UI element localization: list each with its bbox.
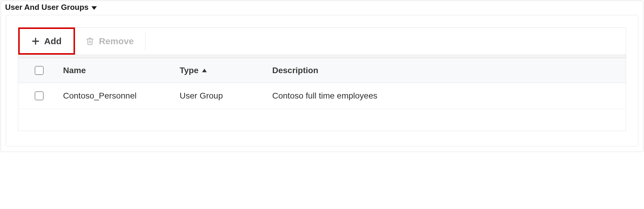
section-header[interactable]: User And User Groups (1, 1, 643, 13)
column-header-name[interactable]: Name (60, 66, 180, 75)
section-title: User And User Groups (5, 3, 88, 12)
plus-icon (32, 37, 39, 45)
table-separator (18, 55, 626, 58)
content-container: Add Remove (6, 15, 638, 146)
select-all-cell (18, 66, 60, 75)
cell-name: Contoso_Personnel (60, 91, 180, 101)
remove-button-label: Remove (99, 36, 134, 46)
table-footer (18, 109, 626, 131)
chevron-down-icon (91, 6, 97, 10)
cell-description: Contoso full time employees (272, 91, 626, 101)
svg-marker-3 (202, 69, 207, 72)
trash-icon (86, 37, 94, 46)
column-header-description-label: Description (272, 66, 318, 75)
add-button-label: Add (44, 36, 62, 46)
data-table: Name Type Description Contoso_Personnel (18, 55, 626, 131)
toolbar: Add Remove (18, 27, 626, 55)
table-row[interactable]: Contoso_Personnel User Group Contoso ful… (18, 83, 626, 109)
add-button[interactable]: Add (18, 27, 75, 55)
column-header-type-label: Type (180, 66, 198, 75)
table-header: Name Type Description (18, 58, 626, 83)
remove-button: Remove (75, 27, 145, 55)
svg-marker-0 (91, 6, 97, 10)
column-header-type[interactable]: Type (180, 66, 272, 75)
column-header-description[interactable]: Description (272, 66, 626, 75)
toolbar-divider (145, 32, 146, 51)
section-panel: User And User Groups Add (1, 1, 643, 152)
sort-ascending-icon (202, 69, 207, 72)
column-header-name-label: Name (63, 66, 86, 75)
row-select-cell (18, 91, 60, 100)
cell-type: User Group (180, 91, 272, 101)
row-checkbox[interactable] (35, 91, 44, 100)
select-all-checkbox[interactable] (35, 66, 44, 75)
